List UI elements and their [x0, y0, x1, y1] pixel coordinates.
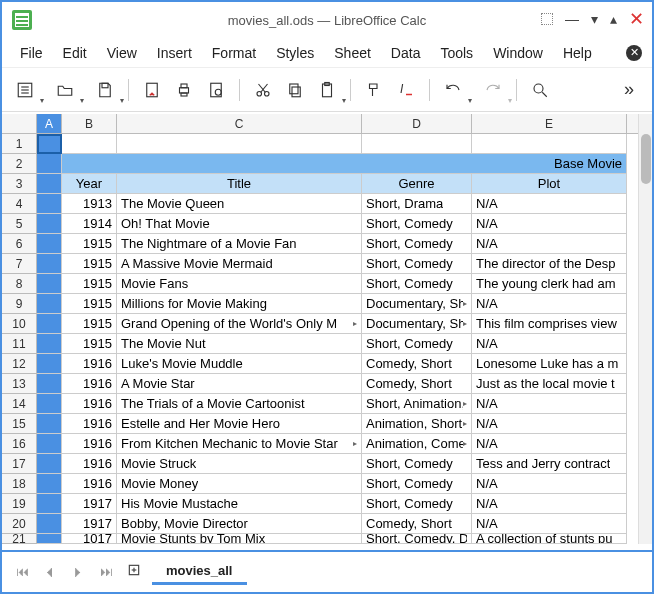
cell[interactable]: The Nightmare of a Movie Fan [117, 234, 362, 254]
column-header-b[interactable]: B [62, 114, 117, 133]
cell[interactable]: Movie Struck [117, 454, 362, 474]
cell[interactable]: 1915 [62, 254, 117, 274]
cut-button[interactable] [250, 77, 276, 103]
cell[interactable] [37, 334, 62, 354]
cell[interactable] [37, 394, 62, 414]
row-header[interactable]: 20 [2, 514, 37, 534]
cell[interactable]: Short, Comedy [362, 274, 472, 294]
row-header[interactable]: 14 [2, 394, 37, 414]
window-move-icon[interactable] [541, 13, 553, 25]
row-header[interactable]: 17 [2, 454, 37, 474]
cell[interactable]: N/A [472, 434, 627, 454]
cell[interactable]: N/A [472, 414, 627, 434]
cell[interactable]: Luke's Movie Muddle [117, 354, 362, 374]
print-button[interactable] [171, 77, 197, 103]
cell[interactable]: Tess and Jerry contract [472, 454, 627, 474]
next-sheet-button[interactable]: ⏵ [68, 564, 88, 579]
cell[interactable]: His Movie Mustache [117, 494, 362, 514]
cell[interactable]: Oh! That Movie [117, 214, 362, 234]
cell[interactable]: Short, Comedy [362, 454, 472, 474]
cell[interactable] [37, 294, 62, 314]
cell[interactable]: Title [117, 174, 362, 194]
cell[interactable]: Movie Money [117, 474, 362, 494]
cell[interactable] [37, 234, 62, 254]
cell[interactable]: 1913 [62, 194, 117, 214]
row-header[interactable]: 2 [2, 154, 37, 174]
menu-view[interactable]: View [99, 41, 145, 65]
cell[interactable]: 1017 [62, 534, 117, 544]
row-header[interactable]: 6 [2, 234, 37, 254]
cell[interactable]: 1915 [62, 234, 117, 254]
cell[interactable] [37, 194, 62, 214]
cell[interactable]: Comedy, Short [362, 374, 472, 394]
cell[interactable] [362, 154, 472, 174]
prev-sheet-button[interactable]: ⏴ [40, 564, 60, 579]
cell[interactable]: From Kitchen Mechanic to Movie Star▸ [117, 434, 362, 454]
sheet-tab-active[interactable]: movies_all [152, 557, 247, 585]
grid-body[interactable]: 12Base Movie3YearTitleGenrePlot41913The … [2, 134, 652, 544]
close-button[interactable]: ✕ [629, 8, 644, 30]
cell[interactable] [37, 134, 62, 154]
save-button[interactable] [92, 77, 118, 103]
cell[interactable] [362, 134, 472, 154]
open-button[interactable] [52, 77, 78, 103]
copy-button[interactable] [282, 77, 308, 103]
cell[interactable]: Bobby, Movie Director [117, 514, 362, 534]
new-button[interactable] [12, 77, 38, 103]
scrollbar-thumb[interactable] [641, 134, 651, 184]
cell[interactable]: 1914 [62, 214, 117, 234]
menu-insert[interactable]: Insert [149, 41, 200, 65]
column-header-c[interactable]: C [117, 114, 362, 133]
cell[interactable] [37, 314, 62, 334]
cell[interactable]: Just as the local movie t [472, 374, 627, 394]
cell[interactable] [37, 154, 62, 174]
cell[interactable]: 1916 [62, 474, 117, 494]
cell[interactable] [37, 514, 62, 534]
row-header[interactable]: 10 [2, 314, 37, 334]
row-header[interactable]: 19 [2, 494, 37, 514]
cell[interactable]: This film comprises view [472, 314, 627, 334]
select-all-corner[interactable] [2, 114, 37, 133]
cell[interactable] [472, 134, 627, 154]
cell[interactable]: 1917 [62, 494, 117, 514]
cell[interactable]: Animation, Short,▸ [362, 414, 472, 434]
cell[interactable]: Short, Comedy [362, 474, 472, 494]
export-pdf-button[interactable] [139, 77, 165, 103]
row-header[interactable]: 16 [2, 434, 37, 454]
redo-button[interactable] [480, 77, 506, 103]
cell[interactable]: Short, Comedy [362, 334, 472, 354]
cell[interactable]: N/A [472, 234, 627, 254]
cell[interactable]: Movie Stunts by Tom Mix [117, 534, 362, 544]
find-button[interactable] [527, 77, 553, 103]
cell[interactable]: Base Movie [472, 154, 627, 174]
row-header[interactable]: 1 [2, 134, 37, 154]
cell[interactable]: Short, Comedy [362, 494, 472, 514]
row-header[interactable]: 13 [2, 374, 37, 394]
cell[interactable]: Short, Comedy [362, 214, 472, 234]
cell[interactable]: 1916 [62, 394, 117, 414]
menu-window[interactable]: Window [485, 41, 551, 65]
cell[interactable] [62, 134, 117, 154]
cell[interactable] [37, 534, 62, 544]
cell[interactable] [37, 474, 62, 494]
cell[interactable]: 1915 [62, 314, 117, 334]
cell[interactable] [37, 434, 62, 454]
column-header-a[interactable]: A [37, 114, 62, 133]
menu-file[interactable]: File [12, 41, 51, 65]
cell[interactable]: N/A [472, 334, 627, 354]
menu-overflow-icon[interactable]: ✕ [626, 45, 642, 61]
row-header[interactable]: 12 [2, 354, 37, 374]
cell[interactable]: The Movie Nut [117, 334, 362, 354]
cell[interactable]: Year [62, 174, 117, 194]
cell[interactable]: Animation, Comedy▸ [362, 434, 472, 454]
cell[interactable]: Estelle and Her Movie Hero [117, 414, 362, 434]
menu-data[interactable]: Data [383, 41, 429, 65]
row-header[interactable]: 11 [2, 334, 37, 354]
cell[interactable]: Short, Comedy, D [362, 534, 472, 544]
cell[interactable] [37, 274, 62, 294]
cell[interactable]: Genre [362, 174, 472, 194]
cell[interactable]: N/A [472, 294, 627, 314]
vertical-scrollbar[interactable] [638, 114, 652, 544]
menu-tools[interactable]: Tools [432, 41, 481, 65]
clear-formatting-button[interactable]: I [393, 77, 419, 103]
